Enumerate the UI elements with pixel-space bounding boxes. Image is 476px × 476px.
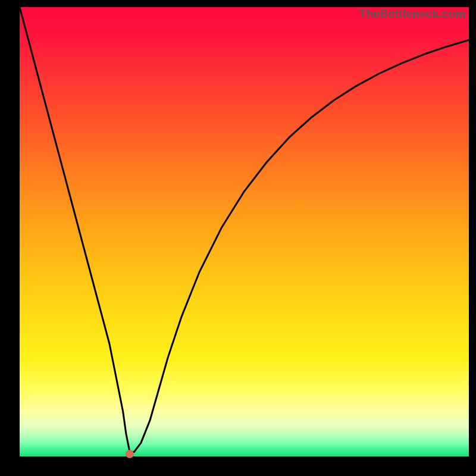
curve-layer <box>20 7 469 456</box>
bottleneck-curve <box>20 7 469 452</box>
chart-frame: TheBottleneck.com <box>0 0 476 476</box>
plot-area: TheBottleneck.com <box>20 7 469 456</box>
optimal-point-marker <box>126 450 134 458</box>
